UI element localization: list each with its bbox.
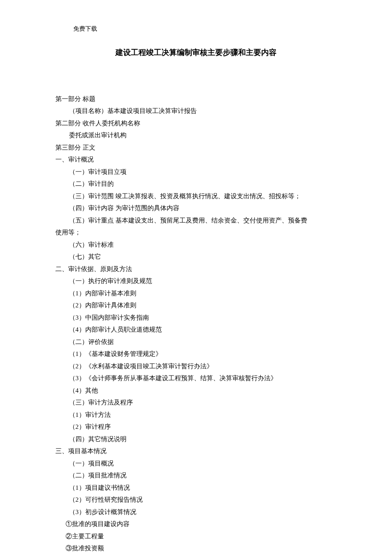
body-line: （一）执行的审计准则及规范	[55, 275, 337, 287]
header-note: 免费下载	[73, 23, 337, 35]
body-line: （三）审计范围 竣工决算报表、投资及概算执行情况、建设支出情况、招投标等；	[55, 190, 337, 202]
body-line: （一）审计项目立项	[55, 166, 337, 178]
body-line: （五）审计重点 基本建设支出、预留尾工及费用、结余资金、交付使用资产、预备费	[55, 214, 337, 227]
body-line: 第一部分 标题	[55, 93, 337, 105]
body-line: （四）审计内容 为审计范围的具体内容	[55, 202, 337, 214]
body-line: （3）《会计师事务所从事基本建设工程预算、结算、决算审核暂行办法》	[55, 372, 337, 384]
body-line: 一、审计概况	[55, 153, 337, 166]
document-title: 建设工程竣工决算编制审核主要步骤和主要内容	[55, 45, 337, 60]
body-line: 委托或派出审计机构	[55, 129, 337, 142]
body-line: ②主要工程量	[55, 530, 337, 543]
body-line: （4）其他	[55, 384, 337, 397]
body-line: （四）其它情况说明	[55, 433, 337, 445]
body-line: （项目名称）基本建设项目竣工决算审计报告	[55, 105, 337, 117]
body-line: （二）评价依据	[55, 336, 337, 348]
body-line: （一）项目概况	[55, 457, 337, 470]
body-line: ①批准的项目建设内容	[55, 518, 337, 530]
body-line: （六）审计标准	[55, 239, 337, 251]
body-line: 第三部分 正文	[55, 142, 337, 154]
body-line: （1）审计方法	[55, 409, 337, 421]
body-line: （2）审计程序	[55, 421, 337, 433]
body-line: （2）内部审计具体准则	[55, 299, 337, 312]
body-line: （二）项目批准情况	[55, 469, 337, 482]
body-line: （3）初步设计概算情况	[55, 506, 337, 518]
body-line: ③批准投资额	[55, 542, 337, 555]
body-line: （1）《基本建设财务管理规定》	[55, 348, 337, 360]
body-line: （2）可行性研究报告情况	[55, 494, 337, 506]
body-line: （三）审计方法及程序	[55, 396, 337, 409]
body-line: （1）内部审计基本准则	[55, 287, 337, 300]
body-line: 三、项目基本情况	[55, 445, 337, 457]
body-line: （1）项目建议书情况	[55, 482, 337, 494]
body-line: 使用等；	[55, 226, 337, 239]
body-line: （3）中国内部审计实务指南	[55, 312, 337, 324]
body-line: （4）内部审计人员职业道德规范	[55, 324, 337, 336]
document-body: 第一部分 标题（项目名称）基本建设项目竣工决算审计报告第二部分 收件人委托机构名…	[55, 93, 337, 555]
body-line: 二、审计依据、原则及方法	[55, 263, 337, 275]
body-line: （七）其它	[55, 251, 337, 263]
body-line: （二）审计目的	[55, 178, 337, 190]
body-line: 第二部分 收件人委托机构名称	[55, 117, 337, 130]
body-line: （2）《水利基本建设项目竣工决算审计暂行办法》	[55, 360, 337, 373]
